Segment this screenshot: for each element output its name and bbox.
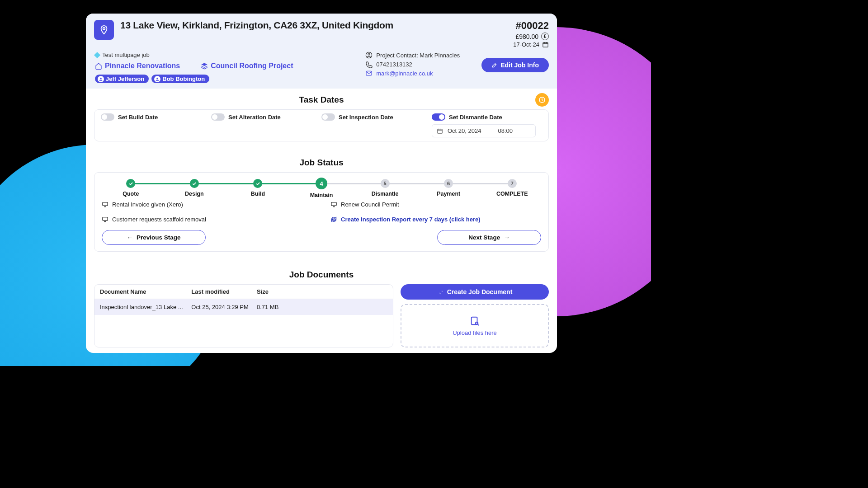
date-value: Oct 20, 2024 bbox=[448, 127, 481, 134]
toggle-alteration-date[interactable] bbox=[211, 113, 225, 121]
job-tag: Test multipage job bbox=[102, 52, 150, 58]
task-label: Set Inspection Date bbox=[339, 114, 393, 121]
col-last-modified[interactable]: Last modified bbox=[191, 288, 257, 295]
svg-rect-1 bbox=[543, 42, 548, 47]
company-name: Pinnacle Renovations bbox=[105, 62, 180, 70]
contact-name: Project Contact: Mark Pinnacles bbox=[365, 52, 460, 59]
doc-size: 0.71 MB bbox=[257, 304, 387, 310]
layers-icon bbox=[201, 62, 208, 70]
col-document-name[interactable]: Document Name bbox=[100, 288, 191, 295]
monitor-icon bbox=[330, 201, 337, 208]
task-label: Set Dismantle Date bbox=[449, 114, 502, 121]
job-documents-title: Job Documents bbox=[94, 270, 549, 280]
svg-rect-8 bbox=[438, 129, 443, 133]
job-panel: 13 Lake View, Kirkland, Frizington, CA26… bbox=[86, 14, 557, 353]
job-status-title: Job Status bbox=[94, 158, 549, 168]
clock-badge-icon[interactable] bbox=[535, 93, 549, 107]
person-chip[interactable]: Jeff Jefferson bbox=[95, 75, 149, 83]
svg-rect-11 bbox=[331, 202, 336, 206]
location-pin-icon bbox=[94, 20, 114, 40]
mail-icon bbox=[365, 70, 373, 77]
job-price: £980.00 bbox=[515, 33, 538, 40]
monitor-icon bbox=[102, 201, 108, 208]
person-name: Bob Bobington bbox=[162, 75, 205, 82]
create-job-document-button[interactable]: Create Job Document bbox=[401, 284, 549, 300]
calendar-icon bbox=[542, 41, 549, 48]
doc-modified: Oct 25, 2024 3:29 PM bbox=[191, 304, 257, 310]
job-address: 13 Lake View, Kirkland, Frizington, CA26… bbox=[120, 20, 507, 31]
contact-email[interactable]: mark@pinnacle.co.uk bbox=[365, 70, 460, 77]
job-date: 17-Oct-24 bbox=[513, 41, 539, 48]
step-design[interactable]: Design bbox=[163, 179, 226, 197]
task-dates-box: Set Build Date Set Alteration Date Set I… bbox=[94, 109, 549, 141]
pin-icon bbox=[437, 289, 443, 295]
step-build[interactable]: Build bbox=[226, 179, 290, 197]
project-name: Council Roofing Project bbox=[211, 62, 293, 70]
job-number: #00022 bbox=[513, 20, 549, 32]
svg-rect-9 bbox=[103, 202, 108, 206]
person-chip[interactable]: Bob Bobington bbox=[151, 75, 209, 83]
upload-dropzone[interactable]: Upload files here bbox=[401, 304, 549, 347]
step-quote[interactable]: Quote bbox=[99, 179, 163, 197]
task-label: Set Build Date bbox=[118, 114, 158, 121]
upload-label: Upload files here bbox=[453, 329, 497, 336]
arrow-right-icon: → bbox=[504, 234, 510, 241]
col-size[interactable]: Size bbox=[257, 288, 387, 295]
phone-icon bbox=[365, 61, 373, 68]
check-icon bbox=[255, 181, 260, 186]
check-icon bbox=[128, 181, 133, 186]
step-dismantle[interactable]: 5 Dismantle bbox=[353, 179, 417, 197]
svg-point-2 bbox=[100, 77, 101, 79]
step-payment[interactable]: 6 Payment bbox=[417, 179, 481, 197]
inspection-report-link[interactable]: Create Inspection Report every 7 days (c… bbox=[330, 216, 541, 223]
svg-rect-10 bbox=[103, 217, 108, 221]
diamond-icon bbox=[94, 52, 100, 58]
person-icon bbox=[98, 76, 104, 82]
status-note: Rental Invoice given (Xero) bbox=[102, 201, 312, 208]
toggle-inspection-date[interactable] bbox=[321, 113, 335, 121]
svg-rect-12 bbox=[472, 317, 477, 324]
task-dates-title: Task Dates bbox=[94, 95, 549, 105]
svg-point-5 bbox=[368, 53, 370, 55]
svg-point-0 bbox=[103, 28, 105, 30]
monitor-icon bbox=[102, 216, 108, 223]
next-stage-button[interactable]: Next Stage → bbox=[437, 230, 541, 245]
status-note: Customer requests scaffold removal bbox=[102, 216, 312, 223]
step-complete[interactable]: 7 COMPLETE bbox=[480, 179, 544, 197]
dismantle-date-field[interactable]: Oct 20, 2024 08:00 bbox=[432, 124, 536, 137]
edit-job-label: Edit Job Info bbox=[500, 61, 539, 69]
edit-job-info-button[interactable]: Edit Job Info bbox=[481, 58, 549, 72]
job-header: 13 Lake View, Kirkland, Frizington, CA26… bbox=[86, 14, 557, 89]
company-link[interactable]: Pinnacle Renovations bbox=[95, 62, 180, 70]
documents-table: Document Name Last modified Size Inspect… bbox=[94, 284, 393, 347]
person-icon bbox=[154, 76, 160, 82]
arrow-left-icon: ← bbox=[127, 234, 133, 241]
toggle-dismantle-date[interactable] bbox=[432, 113, 445, 121]
toggle-build-date[interactable] bbox=[101, 113, 114, 121]
previous-stage-button[interactable]: ← Previous Stage bbox=[102, 230, 206, 245]
stepper-box: Quote Design Build 4 bbox=[94, 172, 549, 252]
time-value: 08:00 bbox=[498, 127, 513, 134]
edit-icon bbox=[491, 62, 498, 68]
user-circle-icon bbox=[365, 52, 373, 59]
doc-name: InspectionHandover_13 Lake ... bbox=[100, 304, 191, 310]
table-row[interactable]: InspectionHandover_13 Lake ... Oct 25, 2… bbox=[94, 299, 393, 315]
home-icon bbox=[95, 62, 102, 70]
currency-icon: £ bbox=[541, 33, 549, 40]
contact-phone[interactable]: 07421313132 bbox=[365, 61, 460, 68]
task-label: Set Alteration Date bbox=[228, 114, 281, 121]
project-link[interactable]: Council Roofing Project bbox=[201, 62, 293, 70]
file-search-icon bbox=[470, 316, 480, 326]
person-name: Jeff Jefferson bbox=[106, 75, 144, 82]
refresh-icon bbox=[330, 216, 337, 223]
step-maintain[interactable]: 4 Maintain bbox=[290, 179, 354, 198]
status-note: Renew Council Permit bbox=[330, 201, 541, 208]
svg-point-3 bbox=[157, 77, 158, 79]
check-icon bbox=[192, 181, 197, 186]
calendar-icon bbox=[437, 128, 443, 134]
